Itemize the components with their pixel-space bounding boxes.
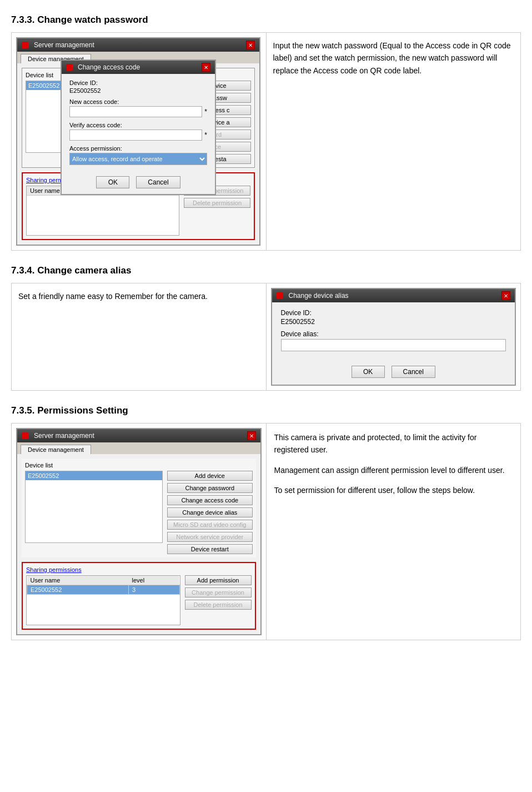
section-733-heading-row: 7.3.3. Change watch password: [11, 6, 521, 32]
page-container: 7.3.3. Change watch password Server mana…: [0, 0, 532, 646]
device-restart-btn-735[interactable]: Device restart: [167, 544, 252, 554]
change-alias-btn-735[interactable]: Change device alias: [167, 507, 252, 517]
server-mgmt-title-735: Server management ✕: [17, 429, 260, 442]
device-id-label: Device ID:: [69, 79, 207, 86]
server-mgmt-overlay: Server management ✕ Device management De…: [16, 37, 262, 246]
device-id-value: E25002552: [69, 87, 207, 94]
device-item-selected-735[interactable]: E25002552: [26, 471, 162, 480]
right-text-735-3: To set permission for different user, fo…: [274, 484, 513, 496]
change-alias-title: Change device alias ✕: [272, 289, 515, 302]
section-735-right: This camera is private and protected, to…: [266, 424, 521, 640]
change-password-btn-735[interactable]: Change password: [167, 483, 252, 493]
new-access-row: *: [69, 106, 207, 117]
section-733-heading: 7.3.3. Change watch password: [11, 14, 521, 26]
device-list-label-735: Device list: [25, 462, 253, 469]
section-734-body: Set a friendly name easy to Remember for…: [18, 290, 259, 302]
add-permission-btn[interactable]: Add permission: [185, 575, 252, 585]
section-733-right: Input the new watch password (Equal to t…: [266, 33, 521, 251]
section-734-heading-row: 7.3.4. Change camera alias: [11, 256, 521, 283]
server-mgmt-window-735: Server management ✕ Device management De…: [16, 428, 262, 635]
col-level-735: level: [129, 576, 179, 585]
change-access-title-left: Change access code: [66, 63, 140, 71]
section-735-heading-row: 7.3.5. Permissions Setting: [11, 396, 521, 423]
server-mgmt-icon: [22, 42, 28, 48]
verify-label: Verify access code:: [69, 122, 207, 128]
alias-input[interactable]: [281, 339, 506, 351]
verify-asterisk: *: [204, 131, 207, 139]
permission-select[interactable]: Allow access, record and operate: [69, 153, 207, 165]
change-access-body: Device ID: E25002552 New access code: * …: [62, 74, 215, 174]
change-alias-footer: OK Cancel: [272, 362, 515, 385]
change-access-title: Change access code ✕: [62, 61, 215, 74]
server-mgmt-735-close[interactable]: ✕: [247, 431, 256, 440]
change-access-btn-735[interactable]: Change access code: [167, 495, 252, 505]
change-access-icon: [66, 64, 73, 71]
sharing-buttons-735: Add permission Change permission Delete …: [185, 575, 252, 625]
section-734-right: Change device alias ✕ Device ID: E250025…: [266, 283, 521, 391]
server-mgmt-title-text: Server management: [34, 41, 94, 49]
server-mgmt-title-733: Server management ✕: [17, 38, 259, 52]
server-mgmt-tabs-735: Device management: [17, 442, 260, 454]
server-mgmt-close[interactable]: ✕: [246, 41, 255, 49]
alias-device-id-value: E25002552: [281, 318, 506, 326]
verify-row: *: [69, 129, 207, 141]
new-access-input[interactable]: [69, 106, 202, 117]
section-734-table: Set a friendly name easy to Remember for…: [11, 283, 521, 391]
change-access-ok[interactable]: OK: [96, 176, 129, 188]
col-username-735: User name: [27, 576, 129, 585]
sharing-tbl-735: User name level E25002552 3: [27, 576, 180, 595]
alias-label: Device alias:: [281, 330, 506, 338]
device-list-content-735: E25002552 Add device Change password Cha…: [25, 471, 253, 554]
sharing-content-735: User name level E25002552 3: [26, 575, 252, 625]
change-permission-btn-735: Change permission: [185, 587, 252, 597]
section-735-table: Server management ✕ Device management De…: [11, 423, 521, 640]
device-buttons-735: Add device Change password Change access…: [167, 471, 252, 554]
micro-sd-btn-735: Micro SD card video config: [167, 520, 252, 530]
change-alias-title-left: Change device alias: [277, 292, 349, 300]
alias-cancel-btn[interactable]: Cancel: [392, 366, 435, 378]
server-mgmt-title-left: Server management: [22, 41, 94, 49]
sharing-label-735[interactable]: Sharing permissions: [26, 566, 252, 573]
change-alias-body: Device ID: E25002552 Device alias:: [272, 302, 515, 362]
add-device-btn-735[interactable]: Add device: [167, 471, 252, 481]
sharing-level-1: 3: [129, 585, 179, 595]
sharing-row-1[interactable]: E25002552 3: [27, 585, 180, 595]
change-alias-dialog: Change device alias ✕ Device ID: E250025…: [271, 288, 516, 386]
section-734-left: Set a friendly name easy to Remember for…: [12, 283, 267, 391]
server-mgmt-735-icon: [22, 432, 28, 439]
device-listbox-735[interactable]: E25002552: [25, 471, 163, 543]
section-733-left: Server management ✕ Device management De…: [12, 33, 267, 251]
sharing-username-1: E25002552: [27, 585, 129, 595]
right-text-735-2: Management can assign different permissi…: [274, 464, 513, 476]
delete-permission-btn-733: Delete permission: [184, 198, 250, 208]
change-access-footer: OK Cancel: [62, 174, 215, 194]
right-text-733: Input the new watch password (Equal to t…: [273, 39, 514, 77]
change-access-title-text: Change access code: [78, 63, 140, 71]
section-735-left: Server management ✕ Device management De…: [12, 424, 267, 640]
sharing-section-735: Sharing permissions User name level: [22, 562, 256, 630]
server-mgmt-735-title-text: Server management: [34, 432, 94, 440]
new-access-label: New access code:: [69, 98, 207, 105]
permission-label: Access permission:: [69, 145, 207, 152]
alias-device-id-label: Device ID:: [281, 309, 506, 317]
change-access-dialog: Change access code ✕ Device ID: E2500255…: [61, 59, 216, 195]
network-provider-btn-735: Network service provider: [167, 532, 252, 542]
sharing-table-735: User name level E25002552 3: [26, 575, 180, 625]
section-734-heading: 7.3.4. Change camera alias: [11, 265, 521, 276]
right-text-735-1: This camera is private and protected, to…: [274, 431, 513, 456]
change-alias-close[interactable]: ✕: [501, 291, 510, 300]
change-alias-title-text: Change device alias: [289, 292, 349, 300]
new-access-asterisk: *: [204, 108, 207, 116]
device-list-section-735: Device list E25002552 Add device Change …: [22, 459, 256, 557]
section-735-heading: 7.3.5. Permissions Setting: [11, 405, 521, 416]
change-alias-icon: [277, 292, 283, 299]
change-access-cancel[interactable]: Cancel: [136, 176, 180, 188]
verify-input[interactable]: [69, 129, 202, 141]
delete-permission-btn-735: Delete permission: [185, 600, 252, 610]
device-mgmt-tab-735[interactable]: Device management: [21, 445, 91, 454]
server-mgmt-body-735: Device list E25002552 Add device Change …: [17, 454, 260, 634]
section-733-table: Server management ✕ Device management De…: [11, 32, 521, 251]
sharing-tbody-735: E25002552 3: [27, 585, 180, 595]
alias-ok-btn[interactable]: OK: [352, 366, 385, 378]
change-access-close[interactable]: ✕: [202, 63, 210, 72]
